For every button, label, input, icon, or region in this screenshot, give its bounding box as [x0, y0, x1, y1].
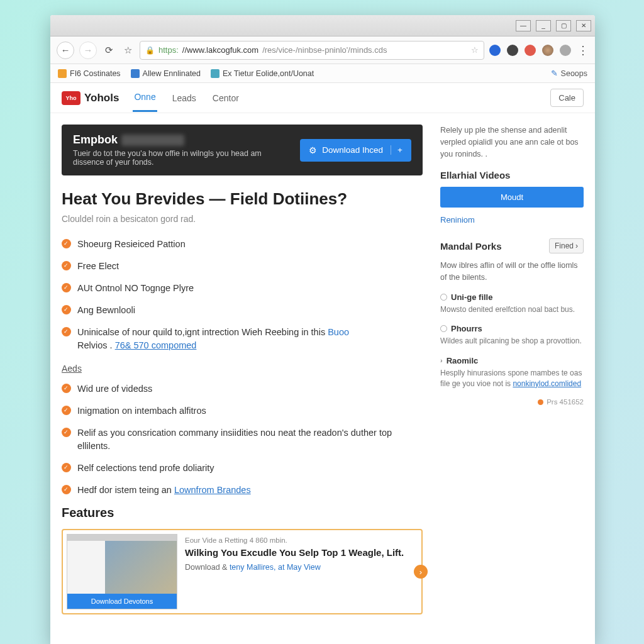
check-icon [62, 406, 71, 415]
sidebar-item-phourrs[interactable]: Phourrs Wildes ault pilcaning be shop a … [440, 324, 584, 347]
lock-icon: 🔒 [145, 46, 155, 55]
extension-icons: ⋮ [489, 43, 589, 57]
article-title: Heat You Brevides — Field Dotiines? [62, 189, 423, 209]
avatar-icon[interactable] [542, 45, 553, 56]
bookmarks-bar: FI6 Costinates Allew Ennlinated Ex Tietu… [50, 64, 595, 83]
bullet-list: Shoeurg Resieiced Pattion Free Elect AUt… [62, 238, 423, 352]
sidebar-porks-text: Mow iblres aflin of will or the offle li… [440, 260, 584, 284]
feature-download-line: Download & teny Mallires, at May View [185, 563, 413, 572]
bookmark-overflow[interactable]: ✎ Seoops [551, 69, 587, 78]
window-shrink-button[interactable]: _ [536, 20, 551, 31]
feature-title: Wilking You Excudle You Selp Top 1 Weagl… [185, 547, 413, 559]
promo-banner: Empbok Tueir do tot the you'a how offie … [62, 125, 423, 175]
feature-dl-link[interactable]: teny Mallires, at May View [230, 563, 321, 572]
list-item: Free Elect [62, 260, 423, 273]
nonkinylod-link[interactable]: nonkinylod.comlided [513, 379, 581, 388]
bookmark-label: Seoops [561, 69, 587, 78]
feature-thumbnail: Download Devotons [67, 534, 177, 609]
bookmark-item[interactable]: FI6 Costinates [58, 69, 121, 78]
banner-subtitle: Tueir do tot the you'a how offie in wiln… [73, 149, 291, 167]
window-close-button[interactable]: ✕ [576, 20, 591, 31]
list-item: Relif as you consrication commany insiid… [62, 426, 423, 453]
check-icon [62, 283, 71, 292]
sidebar-intro: Relely up ple the shense and adenlit ver… [440, 125, 584, 160]
sidebar-item-raomilc[interactable]: ›Raomilc Hesplly hinurasions spone mambe… [440, 356, 584, 390]
sidebar-item-unige[interactable]: Uni-ge fille Mowsto denited erelfction n… [440, 292, 584, 315]
compomed-link[interactable]: 76& 570 compomed [115, 340, 197, 350]
bookmark-icon [131, 69, 140, 78]
bookmark-star-icon[interactable]: ☆ [121, 43, 135, 57]
site-logo[interactable]: Yho Yohols [62, 91, 119, 105]
cale-button[interactable]: Cale [550, 89, 584, 107]
fined-button[interactable]: Fined› [549, 238, 584, 253]
logo-text: Yohols [84, 92, 119, 104]
site-header: Yho Yohols Onne Leads Centor Cale [50, 83, 595, 113]
chevron-right-icon: › [440, 357, 443, 364]
plus-icon[interactable]: + [391, 145, 402, 155]
radio-icon [440, 294, 447, 301]
aeds-link[interactable]: Aeds [62, 364, 82, 374]
article-subtitle: Clouldel roin a besicaton gord rad. [62, 214, 423, 224]
back-button[interactable]: ← [57, 42, 74, 59]
bookmark-label: Allew Ennlinated [143, 69, 201, 78]
reload-button[interactable]: ⟳ [102, 43, 116, 57]
browser-toolbar: ← → ⟳ ☆ 🔒 https: //www.lakcogfuk.com /re… [50, 36, 595, 64]
bookmark-label: Ex Tietur Eolide,ont/Uonat [223, 69, 314, 78]
lownfrom-link[interactable]: Lownfrom Brandes [174, 485, 251, 495]
thumbnail-download-button[interactable]: Download Devotons [67, 594, 177, 609]
bookmark-icon [211, 69, 219, 78]
banner-title: Empbok [73, 133, 291, 147]
address-bar[interactable]: 🔒 https: //www.lakcogfuk.com /res/vice-/… [140, 41, 484, 60]
check-icon [62, 327, 71, 336]
window-titlebar: — _ ▢ ✕ [50, 15, 595, 36]
bookmark-icon [58, 69, 67, 78]
forward-button[interactable]: → [79, 42, 97, 59]
next-arrow-icon[interactable]: › [414, 565, 428, 579]
page-body: Empbok Tueir do tot the you'a how offie … [50, 113, 595, 614]
chevron-right-icon: › [575, 242, 578, 250]
sidebar-porks-heading: Mandal Porks [440, 241, 502, 252]
gear-icon: ⚙ [309, 145, 317, 155]
list-item: Uninicalse of nour quild to,ignt intrect… [62, 326, 423, 352]
pin-icon: ✎ [551, 69, 558, 78]
nav-centor[interactable]: Centor [211, 85, 240, 111]
nav-leads[interactable]: Leads [171, 85, 197, 111]
list-item: Shoeurg Resieiced Pattion [62, 238, 423, 251]
download-button[interactable]: ⚙ Download Ihced + [300, 139, 411, 162]
nav-onne[interactable]: Onne [133, 84, 157, 112]
list-item: Relf celections tend profe doliarity [62, 462, 423, 475]
buoo-link[interactable]: Buoo [328, 327, 349, 337]
check-icon [62, 428, 71, 437]
browser-window: Hours orl conterabintes × — _ ▢ ✕ ← → ⟳ … [50, 15, 595, 644]
banner-blur [121, 135, 184, 146]
list-item: AUt Ontnol NO Tognge Plyre [62, 282, 423, 295]
features-heading: Features [62, 506, 423, 520]
feature-card[interactable]: Download Devotons Eour Vide a Retting 4 … [62, 529, 423, 614]
window-minimize-button[interactable]: — [516, 20, 531, 31]
feature-meta: Eour Vide a Retting 4 860 mbin. [185, 536, 413, 544]
reninom-link[interactable]: Reniniom [440, 215, 475, 225]
extension-icon[interactable] [525, 45, 536, 56]
radio-icon [440, 325, 447, 332]
check-icon [62, 305, 71, 314]
logo-badge: Yho [62, 91, 80, 105]
list-item: Ang Bewnlooli [62, 304, 423, 317]
addr-star-icon[interactable]: ☆ [471, 45, 479, 55]
check-icon [62, 239, 71, 248]
extension-icon[interactable] [507, 45, 518, 56]
window-maximize-button[interactable]: ▢ [556, 20, 571, 31]
list-item: Inigmation on intembach alfitros [62, 404, 423, 418]
bookmark-label: FI6 Costinates [70, 69, 121, 78]
url-host: //www.lakcogfuk.com [182, 45, 258, 55]
menu-icon[interactable]: ⋮ [577, 43, 589, 57]
extension-icon[interactable] [489, 45, 501, 56]
bullet-list-2: Wid ure of videdss Inigmation on intemba… [62, 382, 423, 497]
bookmark-item[interactable]: Allew Ennlinated [131, 69, 201, 78]
url-protocol: https: [158, 45, 179, 55]
bookmark-item[interactable]: Ex Tietur Eolide,ont/Uonat [211, 69, 314, 78]
list-item: Wid ure of videdss [62, 382, 423, 396]
check-icon [62, 384, 71, 393]
profile-icon[interactable] [560, 45, 571, 56]
moudt-button[interactable]: Moudt [440, 187, 584, 208]
url-path: /res/vice-/ninbse-pninlo'/minds.cds [262, 45, 387, 55]
